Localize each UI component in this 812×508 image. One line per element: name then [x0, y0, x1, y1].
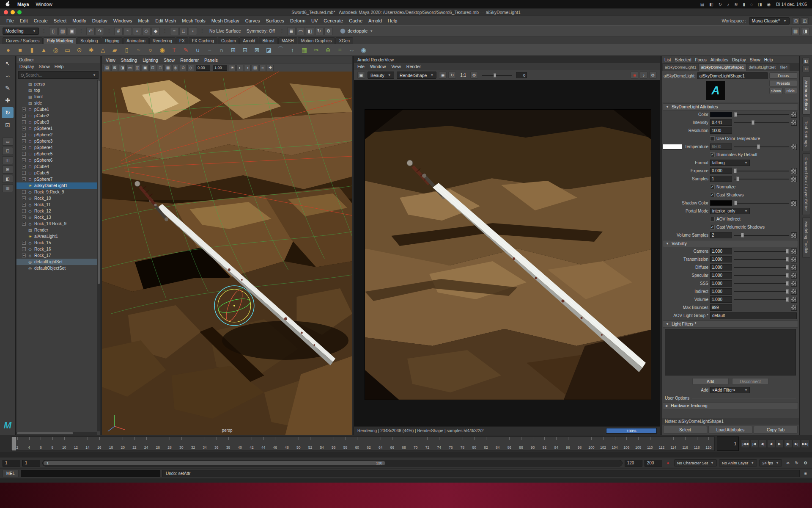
snap-to-view-plane-icon[interactable]: ◇	[142, 27, 151, 35]
snapshot-icon[interactable]: ▣	[357, 72, 365, 79]
expand-toggle-icon[interactable]: +	[22, 158, 26, 162]
minimize-window-button[interactable]	[11, 10, 15, 14]
outliner-item-rock-15[interactable]: +◇Rock_15	[16, 240, 100, 246]
viewport-menu-renderer[interactable]: Renderer	[180, 58, 199, 63]
animation-preferences-icon[interactable]: ⚙	[802, 459, 809, 467]
section-hardware-texturing[interactable]: ▶Hardware Texturing	[663, 402, 798, 409]
timeline-frame-26[interactable]: 26	[152, 437, 164, 450]
display-mirror-icon[interactable]: ◧	[709, 2, 713, 7]
menu-cache[interactable]: Cache	[346, 17, 365, 25]
super-ellipse-icon[interactable]: ◉	[157, 45, 167, 55]
outliner-item-psphere7[interactable]: +□pSphere7	[16, 176, 100, 182]
attr-value-field[interactable]: 0.441	[710, 119, 732, 126]
timeline-frame-62[interactable]: 62	[363, 437, 375, 450]
shelf-tab-bifrost[interactable]: Bifrost	[259, 37, 277, 44]
command-input[interactable]	[21, 470, 160, 477]
show-button[interactable]: Show	[769, 88, 783, 94]
select-component-icon[interactable]: ◦	[189, 27, 197, 35]
outliner-item-front[interactable]: ▤front	[16, 94, 100, 100]
play-backwards-button[interactable]: ◀	[767, 439, 775, 448]
motion-blur-icon[interactable]: ≈	[259, 65, 266, 71]
menu-surfaces[interactable]: Surfaces	[263, 17, 287, 25]
menu-file[interactable]: File	[3, 17, 17, 25]
attr-slider[interactable]	[734, 144, 789, 150]
ae-menu-attributes[interactable]: Attributes	[710, 58, 728, 62]
texture-map-button[interactable]	[791, 289, 797, 295]
panel-layout-icon[interactable]: ◫	[801, 17, 809, 25]
poly-torus-icon[interactable]: ◎	[51, 45, 60, 55]
outliner-item-rock-17[interactable]: +◇Rock_17	[16, 252, 100, 259]
expand-toggle-icon[interactable]: +	[22, 215, 26, 219]
ae-tab-defaultlightset[interactable]: defaultLightSet	[746, 64, 777, 71]
render-settings-icon[interactable]: ⚙	[324, 27, 333, 35]
timeline-frame-22[interactable]: 22	[129, 437, 140, 450]
render-camera-dropdown[interactable]: RenderShape ▼	[397, 72, 437, 79]
timeline-frame-112[interactable]: 112	[656, 437, 668, 450]
playback-range-bar[interactable]: 1 120	[44, 461, 385, 465]
shelf-tab-curves-surfaces[interactable]: Curves / Surfaces	[3, 37, 43, 44]
timeline-frame-16[interactable]: 16	[93, 437, 105, 450]
timeline-frame-116[interactable]: 116	[679, 437, 691, 450]
debug-shading-field[interactable]: 0	[516, 72, 527, 78]
ae-menu-selected[interactable]: Selected	[675, 58, 691, 62]
timeline-frame-58[interactable]: 58	[340, 437, 351, 450]
expand-toggle-icon[interactable]: +	[22, 196, 26, 200]
menu-windows[interactable]: Windows	[110, 17, 135, 25]
attr-value-field[interactable]: 1.000	[710, 288, 732, 295]
rendered-image[interactable]	[365, 110, 651, 400]
menu-set-dropdown[interactable]: Modeling ▼	[3, 28, 39, 35]
timeline-frame-106[interactable]: 106	[621, 437, 633, 450]
attr-value-field[interactable]: 1.000	[710, 264, 732, 271]
poly-cylinder-icon[interactable]: ▮	[27, 45, 37, 55]
select-camera-icon[interactable]: ▤	[104, 65, 110, 71]
four-pane-layout-button[interactable]: ⊞	[2, 166, 13, 174]
timeline-frame-90[interactable]: 90	[527, 437, 539, 450]
timeline-frame-6[interactable]: 6	[35, 437, 47, 450]
slider-handle[interactable]	[752, 120, 754, 125]
wifi-icon[interactable]: ≋	[734, 2, 738, 7]
gamma-field[interactable]: 1.00	[213, 65, 227, 71]
poly-helix-icon[interactable]: ~	[134, 45, 143, 55]
texture-map-button[interactable]	[791, 257, 797, 262]
timeline-frame-24[interactable]: 24	[140, 437, 152, 450]
workspace-grid-icon[interactable]: ⊞	[792, 17, 800, 25]
outliner-item-top[interactable]: ▤top	[16, 87, 100, 94]
timeline-frame-2[interactable]: 2	[11, 437, 23, 450]
attr-value-field[interactable]: 1.000	[710, 256, 732, 262]
timeline-frame-50[interactable]: 50	[293, 437, 304, 450]
timeline-frame-92[interactable]: 92	[539, 437, 551, 450]
outliner-item-side[interactable]: ▤side	[16, 100, 100, 106]
poly-pipe-icon[interactable]: ▯	[122, 45, 132, 55]
shelf-tab-animation[interactable]: Animation	[123, 37, 148, 44]
command-language-toggle[interactable]: MEL	[3, 470, 19, 477]
add-dropdown[interactable]: <Add Filter>▼	[710, 387, 750, 393]
step-back-frame-button[interactable]: ◀|	[759, 439, 767, 448]
outliner-item-pcube5[interactable]: +□pCube5	[16, 170, 100, 176]
disconnect-button[interactable]: Disconnect	[732, 378, 768, 385]
outliner-item-aiskydomelight1[interactable]: ☀aiSkyDomeLight1	[16, 182, 100, 189]
type-text-icon[interactable]: T	[169, 45, 179, 55]
shelf-tab-fx-caching[interactable]: FX Caching	[189, 37, 217, 44]
outliner-item-rock-13[interactable]: +◇Rock_13	[16, 214, 100, 221]
apple-menu[interactable]	[5, 1, 11, 8]
attr-slider[interactable]	[734, 264, 789, 271]
attr-value-field[interactable]: 1.000	[710, 296, 732, 303]
bevel-icon[interactable]: ◪	[264, 45, 274, 55]
live-surface-label[interactable]: No Live Surface	[207, 28, 243, 33]
slider-handle[interactable]	[734, 168, 737, 173]
viewport-canvas[interactable]: persp	[102, 72, 352, 435]
quad-draw-icon[interactable]: ▦	[299, 45, 309, 55]
outliner-item-pcube1[interactable]: +□pCube1	[16, 106, 100, 113]
pin-right-panel-icon[interactable]: ⊙	[802, 66, 810, 72]
sidebar-tab-tool-settings[interactable]: Tool Settings	[802, 117, 810, 151]
timeline-frame-118[interactable]: 118	[691, 437, 703, 450]
outliner-item-pcube4[interactable]: +□pCube4	[16, 163, 100, 170]
bridge-icon[interactable]: ⌒	[276, 45, 285, 55]
start-render-icon[interactable]: ◉	[439, 72, 447, 79]
select-button[interactable]: Select	[663, 426, 707, 433]
outliner-item-rock-12[interactable]: +◇Rock_12	[16, 208, 100, 214]
section-light-filters[interactable]: ▼Light Filters *	[663, 320, 798, 328]
outliner-item-rock-16[interactable]: +◇Rock_16	[16, 246, 100, 252]
timeline-frame-66[interactable]: 66	[387, 437, 398, 450]
timeline-frame-72[interactable]: 72	[422, 437, 433, 450]
